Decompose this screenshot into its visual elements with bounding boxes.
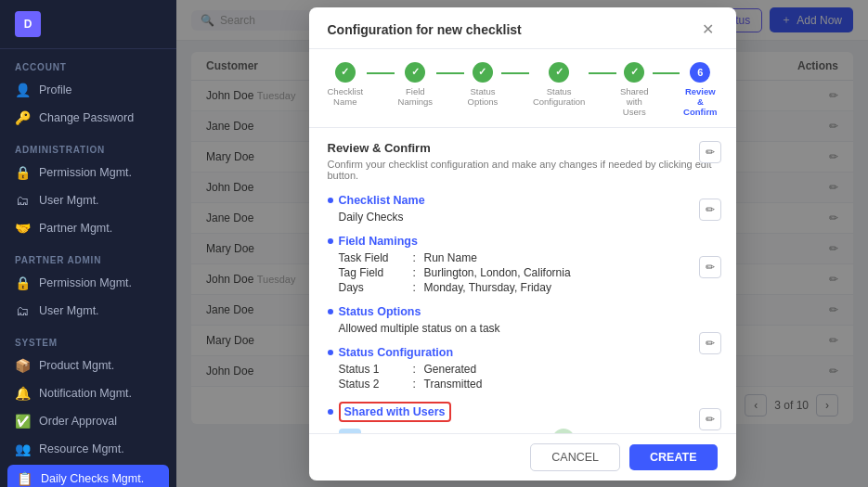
- modal: Configuration for new checklist ✕ ✓ Chec…: [309, 7, 736, 481]
- connector-3-4: [501, 72, 529, 74]
- step-circle-2: ✓: [405, 62, 425, 83]
- status1-label: Status 1: [339, 363, 413, 376]
- status-config-title: Status Configuration: [328, 346, 718, 359]
- bullet-4: [328, 350, 333, 355]
- section-title-system: SYSTEM: [0, 325, 176, 352]
- section-title-partner-admin: PARTNER ADMIN: [0, 242, 176, 269]
- sidebar-item-profile[interactable]: 👤 Profile: [0, 76, 176, 104]
- lock-icon: 🔒: [15, 165, 30, 180]
- sidebar-label-partner-user: User Mgmt.: [39, 304, 99, 317]
- main-content: 🔍 Search ▼ Filter Configure Status ＋ Add…: [176, 0, 868, 487]
- bullet-5: [328, 409, 333, 415]
- status2-label: Status 2: [339, 378, 413, 391]
- sidebar-item-permission-mgmt[interactable]: 🔒 Permission Mgmt.: [0, 159, 176, 186]
- sidebar-section-partner-admin: PARTNER ADMIN 🔒 Permission Mgmt. 🗂 User …: [0, 242, 176, 325]
- shared-users-table: G1 Group 1 Full M Mary Doe – G2 Group 2 …: [339, 426, 718, 433]
- bullet-3: [328, 309, 333, 314]
- days-label: Days: [339, 281, 413, 294]
- step-circle-4: ✓: [549, 62, 569, 83]
- sidebar-item-change-password[interactable]: 🔑 Change Password: [0, 104, 176, 132]
- modal-footer: CANCEL CREATE: [309, 433, 736, 481]
- edit-status-options-button[interactable]: ✏: [699, 256, 721, 278]
- sidebar-label-partner-mgmt: Partner Mgmt.: [39, 222, 112, 235]
- field-namings-title: Field Namings: [328, 235, 718, 248]
- sidebar-logo: D: [0, 0, 176, 49]
- step-3: ✓ StatusOptions: [468, 62, 499, 108]
- step-circle-6: 6: [690, 62, 710, 83]
- sidebar-label-product: Product Mgmt.: [39, 359, 114, 372]
- review-subheading: Confirm your checklist configuration and…: [328, 159, 718, 181]
- shared-users-label: Shared with Users: [339, 402, 451, 422]
- checklist-name-title: Checklist Name: [328, 194, 718, 207]
- avatar-g1: G1: [339, 429, 361, 433]
- task-field-label: Task Field: [339, 251, 413, 264]
- status-options-title: Status Options: [328, 305, 718, 318]
- field-task: Task Field : Run Name: [339, 251, 718, 264]
- section-status-options: Status Options Allowed multiple status o…: [328, 305, 718, 335]
- shared-users-title: Shared with Users: [328, 402, 718, 422]
- sidebar-section-administration: ADMINISTRATION 🔒 Permission Mgmt. 🗂 User…: [0, 132, 176, 242]
- logo-box: D: [15, 11, 41, 37]
- tag-field-label: Tag Field: [339, 266, 413, 279]
- tag-field-value: Burlington, London, California: [424, 266, 571, 279]
- bell-icon: 🔔: [15, 386, 30, 401]
- folder-icon: 🗂: [15, 193, 30, 208]
- sidebar-label-daily-checks: Daily Checks Mgmt.: [41, 472, 144, 485]
- days-value: Monday, Thursday, Friday: [424, 281, 551, 294]
- sidebar-item-resource-mgmt[interactable]: 👥 Resource Mgmt.: [0, 435, 176, 463]
- edit-status-config-button[interactable]: ✏: [699, 332, 721, 354]
- section-status-config: Status Configuration Status 1 : Generate…: [328, 346, 718, 391]
- status2-value: Transmitted: [424, 378, 483, 391]
- status-2-row: Status 2 : Transmitted: [339, 378, 718, 391]
- modal-body: Review & Confirm Confirm your checklist …: [309, 128, 736, 433]
- handshake-icon: 🤝: [15, 221, 30, 236]
- edit-shared-users-button[interactable]: ✏: [699, 408, 721, 430]
- modal-close-button[interactable]: ✕: [699, 20, 718, 39]
- step-label-5: Shared withUsers: [620, 86, 649, 118]
- sidebar-item-partner-mgmt[interactable]: 🤝 Partner Mgmt.: [0, 214, 176, 242]
- section-checklist-name: Checklist Name Daily Checks: [328, 194, 718, 224]
- edit-buttons-column: ✏ ✏ ✏ ✏ ✏: [699, 141, 721, 430]
- sidebar-item-partner-permission[interactable]: 🔒 Permission Mgmt.: [0, 269, 176, 297]
- modal-header: Configuration for new checklist ✕: [309, 7, 736, 49]
- status-options-value: Allowed multiple status on a task: [339, 322, 718, 335]
- sidebar-item-notification-mgmt[interactable]: 🔔 Notification Mgmt.: [0, 379, 176, 407]
- lock2-icon: 🔒: [15, 276, 30, 290]
- clipboard-icon: 📋: [17, 471, 32, 486]
- sidebar-item-order-approval[interactable]: ✅ Order Approval: [0, 407, 176, 435]
- sidebar-item-daily-checks[interactable]: 📋 Daily Checks Mgmt.: [7, 465, 169, 487]
- step-1: ✓ ChecklistName: [328, 62, 364, 108]
- step-2: ✓ FieldNamings: [398, 62, 434, 108]
- bullet-2: [328, 238, 333, 244]
- shared-row-1: G1 Group 1 Full M Mary Doe –: [339, 426, 718, 433]
- check-icon: ✅: [15, 414, 30, 429]
- create-button[interactable]: CREATE: [629, 444, 717, 470]
- checklist-name-value: Daily Checks: [339, 211, 718, 224]
- sidebar-label-profile: Profile: [39, 83, 71, 96]
- step-6: 6 Review& Confirm: [683, 62, 717, 118]
- sidebar-item-product-mgmt[interactable]: 📦 Product Mgmt.: [0, 352, 176, 379]
- review-heading: Review & Confirm: [328, 141, 718, 155]
- profile-icon: 👤: [15, 83, 30, 97]
- section-title-account: ACCOUNT: [0, 49, 176, 76]
- sidebar-label-resource: Resource Mgmt.: [39, 442, 124, 455]
- status-1-row: Status 1 : Generated: [339, 363, 718, 376]
- edit-field-namings-button[interactable]: ✏: [699, 199, 721, 221]
- field-tag: Tag Field : Burlington, London, Californ…: [339, 266, 718, 279]
- cancel-button[interactable]: CANCEL: [530, 443, 620, 471]
- sidebar-section-system: SYSTEM 📦 Product Mgmt. 🔔 Notification Mg…: [0, 325, 176, 487]
- sidebar: D ACCOUNT 👤 Profile 🔑 Change Password AD…: [0, 0, 176, 487]
- avatar-mary: M: [552, 429, 575, 433]
- step-4: ✓ StatusConfiguration: [533, 62, 586, 108]
- sidebar-item-user-mgmt[interactable]: 🗂 User Mgmt.: [0, 186, 176, 214]
- sidebar-label-order: Order Approval: [39, 415, 117, 428]
- connector-5-6: [653, 72, 680, 74]
- folder2-icon: 🗂: [15, 303, 30, 318]
- sidebar-label-permission: Permission Mgmt.: [39, 166, 132, 179]
- field-days: Days : Monday, Thursday, Friday: [339, 281, 718, 294]
- sidebar-item-partner-user[interactable]: 🗂 User Mgmt.: [0, 297, 176, 325]
- sidebar-section-account: ACCOUNT 👤 Profile 🔑 Change Password: [0, 49, 176, 132]
- edit-checklist-name-button[interactable]: ✏: [699, 141, 721, 163]
- section-title-admin: ADMINISTRATION: [0, 132, 176, 159]
- modal-title: Configuration for new checklist: [328, 22, 522, 37]
